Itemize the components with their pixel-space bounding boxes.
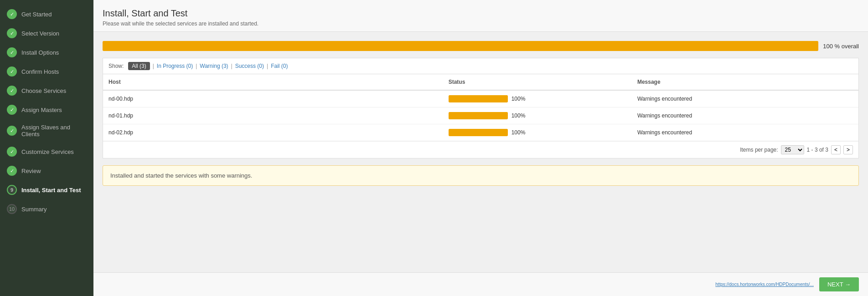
step-icon-summary: 10 (7, 204, 17, 214)
sidebar-item-choose-services[interactable]: ✓ Choose Services (0, 81, 93, 100)
step-icon-review: ✓ (7, 166, 17, 176)
step-icon-assign-slaves: ✓ (7, 126, 17, 136)
table-header-row: Host Status Message (103, 74, 858, 90)
overall-progress-label: 100 % overall (823, 43, 859, 50)
host-cell-2: nd-02.hdp (103, 124, 443, 141)
progress-pct-2: 100% (512, 129, 526, 136)
show-label: Show: (108, 63, 124, 69)
sidebar-item-customize-services[interactable]: ✓ Customize Services (0, 142, 93, 161)
filter-inprogress-link[interactable]: In Progress (0) (157, 63, 193, 69)
table-row: nd-01.hdp 100% Warnings encountered (103, 107, 858, 124)
sidebar-label-assign-masters: Assign Masters (21, 107, 62, 113)
sidebar-item-install-options[interactable]: ✓ Install Options (0, 43, 93, 62)
host-cell-1: nd-01.hdp (103, 107, 443, 124)
sidebar-label-customize-services: Customize Services (21, 148, 74, 155)
message-cell-1: Warnings encountered (632, 107, 858, 124)
url-hint: https://docs.hortonworks.com/HDPDocument… (715, 282, 814, 287)
step-icon-install-options: ✓ (7, 47, 17, 57)
sidebar-item-confirm-hosts[interactable]: ✓ Confirm Hosts (0, 62, 93, 81)
page-next-button[interactable]: > (843, 145, 853, 154)
step-icon-install-start-test: 9 (7, 185, 17, 195)
filter-sep-3: | (231, 63, 232, 69)
progress-bar-wrap-1 (449, 112, 508, 119)
warning-message-text: Installed and started the services with … (110, 172, 252, 179)
progress-pct-1: 100% (512, 112, 526, 119)
sidebar-label-install-options: Install Options (21, 49, 59, 56)
sidebar-item-get-started[interactable]: ✓ Get Started (0, 5, 93, 24)
filter-bar: Show: All (3) | In Progress (0) | Warnin… (103, 58, 859, 74)
progress-pct-0: 100% (512, 96, 526, 102)
main-content: Install, Start and Test Please wait whil… (93, 0, 868, 296)
filter-success-link[interactable]: Success (0) (235, 63, 264, 69)
sidebar-label-review: Review (21, 168, 41, 174)
sidebar-label-choose-services: Choose Services (21, 87, 66, 94)
items-per-page-select[interactable]: 25 50 100 (781, 145, 804, 154)
bottom-bar: https://docs.hortonworks.com/HDPDocument… (93, 272, 868, 296)
overall-progress-bar (103, 41, 818, 51)
hosts-table: Host Status Message nd-00.hdp 100% War (103, 74, 858, 141)
sidebar-label-summary: Summary (21, 206, 47, 213)
main-header: Install, Start and Test Please wait whil… (93, 0, 868, 32)
filter-sep-4: | (267, 63, 268, 69)
sidebar-item-summary[interactable]: 10 Summary (0, 199, 93, 219)
page-range: 1 - 3 of 3 (807, 147, 828, 153)
step-icon-assign-masters: ✓ (7, 105, 17, 115)
progress-bar-1 (449, 112, 508, 119)
filter-fail-link[interactable]: Fail (0) (271, 63, 288, 69)
sidebar-item-select-version[interactable]: ✓ Select Version (0, 24, 93, 43)
step-icon-confirm-hosts: ✓ (7, 66, 17, 77)
next-button[interactable]: NEXT → (819, 277, 859, 291)
progress-bar-0 (449, 95, 508, 102)
progress-cell-0: 100% (449, 95, 626, 102)
filter-all-button[interactable]: All (3) (128, 62, 150, 70)
status-cell-2: 100% (443, 124, 632, 141)
status-cell-1: 100% (443, 107, 632, 124)
page-title: Install, Start and Test (103, 8, 859, 19)
step-icon-select-version: ✓ (7, 28, 17, 38)
progress-bar-wrap-2 (449, 129, 508, 136)
sidebar-label-assign-slaves: Assign Slaves and Clients (21, 124, 87, 138)
data-table-wrap: Host Status Message nd-00.hdp 100% War (103, 74, 859, 158)
items-per-page-label: Items per page: (740, 147, 778, 153)
status-cell-0: 100% (443, 90, 632, 107)
message-cell-0: Warnings encountered (632, 90, 858, 107)
progress-bar-2 (449, 129, 508, 136)
sidebar-item-install-start-test[interactable]: 9 Install, Start and Test (0, 180, 93, 199)
sidebar-label-install-start-test: Install, Start and Test (21, 187, 81, 194)
sidebar-item-assign-masters[interactable]: ✓ Assign Masters (0, 100, 93, 119)
filter-sep-1: | (153, 63, 154, 69)
col-header-host: Host (103, 74, 443, 90)
sidebar-label-get-started: Get Started (21, 11, 52, 18)
progress-bar-wrap-0 (449, 95, 508, 102)
step-icon-customize-services: ✓ (7, 147, 17, 157)
table-row: nd-02.hdp 100% Warnings encountered (103, 124, 858, 141)
step-icon-get-started: ✓ (7, 9, 17, 19)
step-icon-choose-services: ✓ (7, 86, 17, 96)
progress-cell-2: 100% (449, 129, 626, 136)
filter-sep-2: | (196, 63, 197, 69)
overall-progress-container: 100 % overall (103, 41, 859, 51)
col-header-message: Message (632, 74, 858, 90)
page-subtitle: Please wait while the selected services … (103, 20, 859, 27)
sidebar: ✓ Get Started ✓ Select Version ✓ Install… (0, 0, 93, 296)
message-cell-2: Warnings encountered (632, 124, 858, 141)
overall-progress-bar-wrap (103, 41, 818, 51)
sidebar-label-confirm-hosts: Confirm Hosts (21, 68, 59, 75)
page-prev-button[interactable]: < (831, 145, 841, 154)
warning-box: Installed and started the services with … (103, 165, 859, 186)
filter-warning-link[interactable]: Warning (3) (200, 63, 228, 69)
table-row: nd-00.hdp 100% Warnings encountered (103, 90, 858, 107)
col-header-status: Status (443, 74, 632, 90)
sidebar-item-review[interactable]: ✓ Review (0, 161, 93, 180)
progress-cell-1: 100% (449, 112, 626, 119)
main-body: 100 % overall Show: All (3) | In Progres… (93, 32, 868, 273)
host-cell-0: nd-00.hdp (103, 90, 443, 107)
pagination-row: Items per page: 25 50 100 1 - 3 of 3 < > (103, 141, 858, 158)
sidebar-item-assign-slaves[interactable]: ✓ Assign Slaves and Clients (0, 119, 93, 142)
table-body: nd-00.hdp 100% Warnings encountered nd-0… (103, 90, 858, 141)
sidebar-label-select-version: Select Version (21, 30, 59, 37)
